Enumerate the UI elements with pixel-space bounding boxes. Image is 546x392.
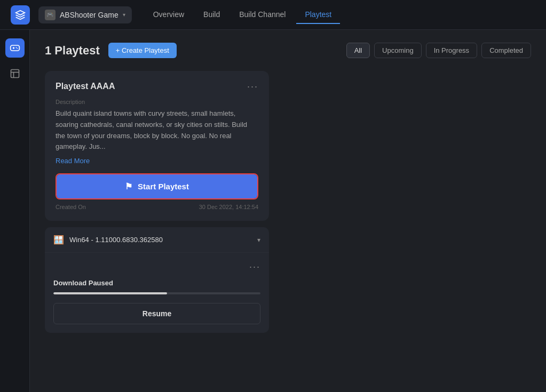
download-paused-label: Download Paused	[53, 279, 260, 287]
top-navigation: 🎮 ABShooter Game ▾ Overview Build Build …	[0, 0, 546, 30]
nav-overview[interactable]: Overview	[145, 6, 193, 24]
sidebar-item-gamepad[interactable]	[5, 38, 25, 58]
build-more-menu[interactable]: ···	[53, 261, 260, 273]
flag-icon: ⚑	[125, 181, 132, 191]
filter-in-progress[interactable]: In Progress	[426, 43, 477, 58]
card-description: Build quaint island towns with curvy str…	[56, 108, 258, 153]
playtest-card: Playtest AAAA ··· Description Build quai…	[45, 71, 269, 221]
project-name: ABShooter Game	[60, 11, 118, 19]
nav-build[interactable]: Build	[195, 6, 228, 24]
card-more-menu[interactable]: ···	[247, 82, 258, 91]
resume-button[interactable]: Resume	[53, 303, 260, 324]
build-header-left: 🪟 Win64 - 1.11000.6830.362580	[53, 235, 163, 245]
nav-playtest[interactable]: Playtest	[296, 6, 340, 24]
nav-links: Overview Build Build Channel Playtest	[145, 6, 535, 24]
card-title: Playtest AAAA	[56, 82, 115, 91]
sidebar-item-window[interactable]	[5, 64, 25, 83]
filter-completed[interactable]: Completed	[481, 43, 531, 58]
filter-group: All Upcoming In Progress Completed	[346, 43, 531, 58]
chevron-down-icon: ▾	[123, 12, 125, 18]
card-footer: Created On 30 Dec 2022, 14:12:54	[56, 204, 258, 210]
progress-bar-background	[53, 292, 260, 294]
create-playtest-button[interactable]: + Create Playtest	[108, 43, 177, 58]
nav-build-channel[interactable]: Build Channel	[231, 6, 294, 24]
page-header-left: 1 Playtest + Create Playtest	[45, 43, 177, 58]
created-on-value: 30 Dec 2022, 14:12:54	[199, 204, 258, 210]
read-more-link[interactable]: Read More	[56, 157, 258, 165]
windows-icon: 🪟	[53, 235, 64, 245]
sidebar	[0, 30, 30, 392]
build-section: 🪟 Win64 - 1.11000.6830.362580 ▾ ··· Down…	[45, 227, 269, 333]
description-label: Description	[56, 99, 258, 105]
layout: 1 Playtest + Create Playtest All Upcomin…	[0, 30, 546, 392]
svg-point-2	[17, 48, 18, 49]
page-title: 1 Playtest	[45, 44, 100, 58]
build-body: ··· Download Paused Resume	[45, 252, 269, 333]
card-header: Playtest AAAA ···	[56, 82, 258, 91]
svg-rect-0	[10, 45, 19, 51]
start-playtest-label: Start Playtest	[138, 182, 189, 191]
build-chevron-icon: ▾	[257, 236, 260, 244]
build-platform-label: Win64 - 1.11000.6830.362580	[69, 236, 163, 244]
filter-all[interactable]: All	[346, 43, 370, 58]
build-header[interactable]: 🪟 Win64 - 1.11000.6830.362580 ▾	[45, 227, 269, 252]
created-on-label: Created On	[56, 204, 86, 210]
main-content: 1 Playtest + Create Playtest All Upcomin…	[30, 30, 546, 392]
app-logo	[11, 5, 30, 25]
svg-point-1	[15, 47, 17, 48]
project-icon: 🎮	[45, 10, 56, 20]
start-playtest-button[interactable]: ⚑ Start Playtest	[57, 174, 257, 198]
progress-bar-fill	[53, 292, 167, 294]
filter-upcoming[interactable]: Upcoming	[374, 43, 422, 58]
page-header: 1 Playtest + Create Playtest All Upcomin…	[45, 43, 531, 58]
start-playtest-wrapper: ⚑ Start Playtest	[56, 173, 258, 199]
project-selector[interactable]: 🎮 ABShooter Game ▾	[38, 6, 132, 23]
svg-rect-3	[11, 70, 19, 78]
